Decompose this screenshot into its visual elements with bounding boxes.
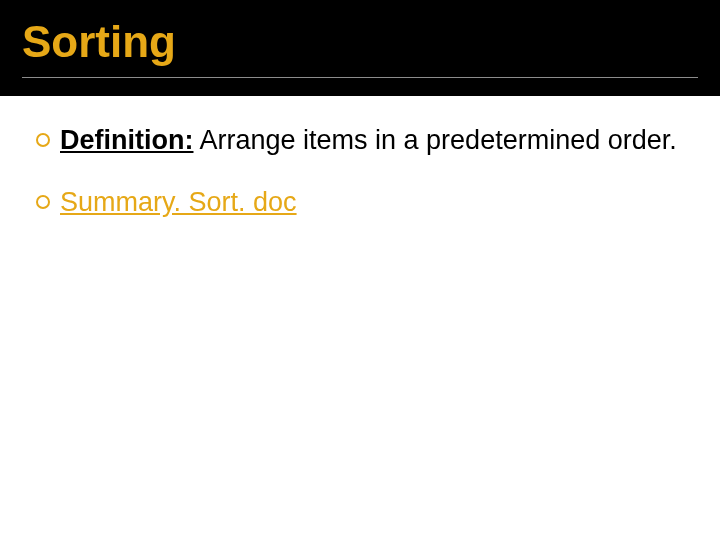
bullet-text: Definition: Arrange items in a predeterm…	[60, 124, 677, 158]
bullet-icon	[36, 195, 50, 209]
definition-label: Definition:	[60, 125, 193, 155]
title-bar: Sorting	[0, 0, 720, 96]
summary-sort-link[interactable]: Summary. Sort. doc	[60, 187, 297, 217]
title-underline	[22, 77, 698, 78]
bullet-icon	[36, 133, 50, 147]
bullet-text: Summary. Sort. doc	[60, 186, 297, 220]
definition-text: Arrange items in a predetermined order.	[193, 125, 676, 155]
bullet-item-link: Summary. Sort. doc	[36, 186, 684, 220]
slide-body: Definition: Arrange items in a predeterm…	[0, 96, 720, 220]
slide-title: Sorting	[22, 18, 698, 66]
bullet-item-definition: Definition: Arrange items in a predeterm…	[36, 124, 684, 158]
